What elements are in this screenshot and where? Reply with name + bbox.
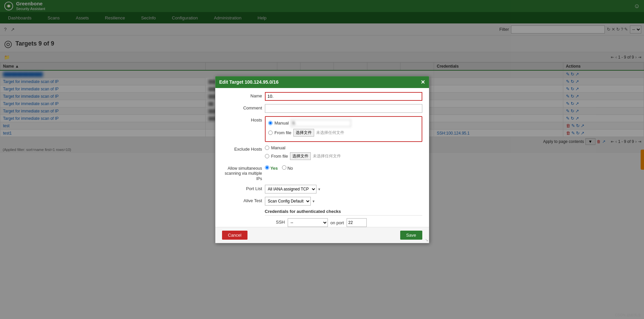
hosts-manual-radio[interactable] — [268, 121, 273, 125]
hosts-manual-label: Manual — [275, 121, 289, 126]
dialog-footer: Cancel Save — [215, 227, 429, 243]
credentials-control: Credentials for authenticated checks SSH… — [265, 209, 422, 227]
hosts-file-button[interactable]: 选择文件 — [293, 129, 314, 137]
port-list-control: All IANA assigned TCP ▼ — [265, 185, 422, 193]
allow-simul-label: Allow simultaneous scanning via multiple… — [222, 165, 262, 182]
comment-label: Comment — [222, 104, 262, 110]
hosts-file-hint: 未选择任何文件 — [316, 130, 344, 136]
comment-control — [265, 104, 422, 113]
alive-test-row: Alive Test Scan Config Default ▼ — [222, 197, 422, 206]
comment-input[interactable] — [265, 104, 422, 113]
ssh-row: SSH -- on port — [265, 218, 422, 227]
port-list-select[interactable]: All IANA assigned TCP — [265, 185, 316, 193]
exclude-manual-row: Manual — [265, 145, 422, 150]
dialog-overlay: Edit Target 100.124.95.0/16 ✕ Name Comme… — [0, 0, 644, 319]
credentials-section: Credentials for authenticated checks SSH… — [222, 209, 422, 227]
name-input[interactable] — [265, 92, 422, 101]
exclude-hosts-row: Exclude Hosts Manual From file 选择文件 未选择任… — [222, 145, 422, 162]
exclude-file-radio[interactable] — [265, 154, 269, 158]
watermark: CSDN @好先生 — [615, 313, 641, 318]
hosts-label: Hosts — [222, 116, 262, 123]
name-control — [265, 92, 422, 101]
alive-test-control: Scan Config Default ▼ — [265, 197, 422, 206]
no-radio[interactable] — [282, 165, 286, 170]
dialog-body: Name Comment Hosts M — [215, 88, 429, 227]
hosts-control: Manual From file 选择文件 未选择任何文件 — [265, 116, 422, 142]
yes-radio[interactable] — [265, 165, 269, 170]
exclude-manual-label: Manual — [271, 145, 286, 150]
ssh-select[interactable]: -- — [288, 218, 328, 227]
hosts-manual-row: Manual — [268, 119, 419, 127]
exclude-file-row: From file 选择文件 未选择任何文件 — [265, 152, 422, 160]
port-list-row: Port List All IANA assigned TCP ▼ — [222, 185, 422, 193]
hosts-file-row: From file 选择文件 未选择任何文件 — [268, 129, 419, 137]
name-label: Name — [222, 92, 262, 98]
hosts-row: Hosts Manual From file 选择文件 未选择任何文件 — [222, 116, 422, 142]
on-port-label: on port — [331, 220, 344, 225]
yes-label: Yes — [270, 166, 278, 171]
allow-simul-options: Yes No — [265, 165, 422, 171]
cancel-button[interactable]: Cancel — [222, 231, 247, 240]
credentials-title: Credentials for authenticated checks — [265, 209, 422, 216]
credentials-spacer — [222, 209, 262, 210]
resize-handle[interactable]: ↘ — [425, 238, 428, 242]
alive-test-select[interactable]: Scan Config Default — [265, 197, 311, 206]
dialog-close-button[interactable]: ✕ — [421, 79, 425, 85]
exclude-hosts-label: Exclude Hosts — [222, 145, 262, 152]
edit-target-dialog: Edit Target 100.124.95.0/16 ✕ Name Comme… — [215, 76, 429, 243]
hosts-file-radio[interactable] — [268, 131, 273, 135]
exclude-from-file-label: From file — [271, 154, 288, 159]
hosts-from-file-label: From file — [275, 130, 292, 135]
port-list-label: Port List — [222, 185, 262, 191]
port-list-dropdown-icon: ▼ — [317, 187, 321, 191]
hosts-manual-input[interactable] — [291, 119, 351, 127]
dialog-header: Edit Target 100.124.95.0/16 ✕ — [215, 76, 429, 88]
comment-row: Comment — [222, 104, 422, 113]
exclude-file-hint: 未选择任何文件 — [313, 153, 341, 159]
port-input[interactable] — [347, 218, 367, 227]
ssh-label: SSH — [265, 218, 285, 225]
ssh-control: -- on port — [288, 218, 367, 227]
dialog-title: Edit Target 100.124.95.0/16 — [219, 79, 279, 85]
hosts-box: Manual From file 选择文件 未选择任何文件 — [265, 116, 422, 142]
name-row: Name — [222, 92, 422, 101]
yes-option: Yes — [265, 165, 278, 171]
exclude-hosts-control: Manual From file 选择文件 未选择任何文件 — [265, 145, 422, 162]
allow-simul-control: Yes No — [265, 165, 422, 171]
allow-simul-row: Allow simultaneous scanning via multiple… — [222, 165, 422, 182]
exclude-file-button[interactable]: 选择文件 — [290, 152, 311, 160]
exclude-manual-radio[interactable] — [265, 146, 269, 150]
no-label: No — [287, 166, 293, 171]
alive-test-label: Alive Test — [222, 197, 262, 203]
no-option: No — [282, 165, 293, 171]
alive-test-dropdown-icon: ▼ — [312, 200, 315, 203]
save-button[interactable]: Save — [400, 231, 422, 240]
